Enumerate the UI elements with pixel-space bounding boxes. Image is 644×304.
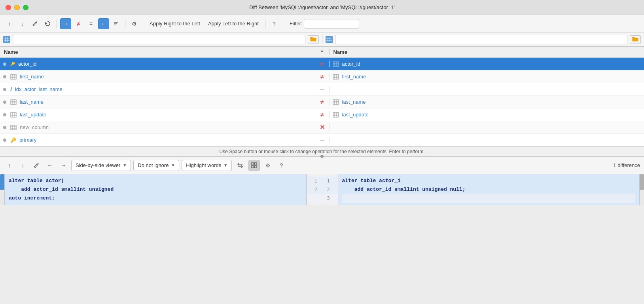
- right-item-name: first_name: [342, 74, 366, 80]
- svg-rect-59: [252, 166, 254, 168]
- mid-cell: →: [315, 86, 330, 93]
- table-row[interactable]: first_name ≠ first_name: [0, 70, 644, 83]
- bottom-gear-button[interactable]: ⚙: [262, 160, 273, 171]
- bottom-arrow-left-button[interactable]: ←: [44, 160, 55, 171]
- main-toolbar: ↑ ↓ → ≠ = ← ⚙ Apply Right to the Left Ap…: [0, 15, 644, 32]
- left-cell: last_name: [0, 99, 315, 105]
- close-button[interactable]: [6, 5, 11, 10]
- line-num-pair: 11: [307, 177, 338, 185]
- sort-button[interactable]: [111, 18, 122, 29]
- bottom-arrow-right-button[interactable]: →: [58, 160, 69, 171]
- separator5: [283, 19, 283, 28]
- table-row[interactable]: new_column ✕: [0, 121, 644, 134]
- svg-rect-44: [333, 112, 339, 117]
- filter-input[interactable]: [304, 19, 359, 28]
- left-cell: first_name: [0, 74, 315, 80]
- table-row[interactable]: 🔑 primary →: [0, 134, 644, 146]
- ignore-dropdown[interactable]: Do not ignore ▼: [133, 160, 179, 171]
- code-right-line: add actor_id smallint unsigned null;: [342, 185, 636, 194]
- bottom-down-button[interactable]: ↓: [17, 160, 28, 171]
- right-scrollbar[interactable]: [639, 174, 644, 205]
- bottom-edit-icon: [34, 163, 39, 168]
- eq-button[interactable]: =: [85, 18, 97, 29]
- left-path-input[interactable]: /guest/actor: [13, 35, 305, 44]
- left-scroll-thumb[interactable]: [0, 174, 4, 190]
- arrow-right-button[interactable]: →: [60, 18, 71, 29]
- column-icon: [10, 74, 17, 80]
- diff-neq-symbol: ≠: [320, 111, 324, 118]
- table-grid-icon: [4, 37, 9, 42]
- diff-arrow-symbol: →: [319, 86, 325, 93]
- highlight-label: Highlight words: [186, 162, 221, 168]
- left-scrollbar[interactable]: [0, 174, 5, 205]
- right-scroll-thumb[interactable]: [640, 174, 644, 190]
- code-left-line: auto_increment;: [9, 194, 302, 203]
- highlight-dropdown[interactable]: Highlight words ▼: [182, 160, 232, 171]
- svg-rect-58: [255, 163, 257, 165]
- code-left-line: alter table actor|: [9, 177, 302, 185]
- apply-right-button[interactable]: Apply Right to the Left: [146, 19, 203, 28]
- path-bar: /guest/actor /guest/actor_1: [0, 32, 644, 47]
- minimize-button[interactable]: [14, 5, 20, 10]
- edit-icon: [32, 21, 38, 27]
- left-item-name: new_column: [20, 124, 49, 130]
- svg-rect-57: [252, 163, 254, 165]
- code-right-line: alter table actor_1: [342, 177, 636, 185]
- svg-rect-39: [11, 112, 16, 117]
- line-num-pair: 22: [307, 185, 338, 194]
- code-left-line: add actor_id smallint unsigned: [9, 185, 302, 194]
- right-column-icon: [333, 74, 339, 80]
- diff-list: 🔑 actor_id ≠ actor_id first_name ≠ first…: [0, 58, 644, 146]
- bottom-up-button[interactable]: ↑: [4, 160, 15, 171]
- left-line-number: 1: [309, 178, 322, 184]
- table-row[interactable]: i idx_actor_last_name →: [0, 83, 644, 96]
- arrow-left-button[interactable]: ←: [98, 18, 109, 29]
- viewer-chevron: ▼: [123, 163, 127, 167]
- ignore-label: Do not ignore: [138, 162, 169, 168]
- bottom-edit-button[interactable]: [31, 160, 42, 171]
- bottom-help-button[interactable]: ?: [276, 160, 287, 171]
- help-button[interactable]: ?: [269, 18, 280, 29]
- svg-rect-9: [326, 37, 332, 42]
- mid-column-header: *: [315, 49, 330, 55]
- maximize-button[interactable]: [23, 5, 28, 10]
- left-item-name: first_name: [20, 74, 44, 80]
- right-path-input[interactable]: /guest/actor_1: [335, 35, 628, 44]
- gear-button[interactable]: ⚙: [129, 18, 140, 29]
- table-row[interactable]: 🔑 actor_id ≠ actor_id: [0, 58, 644, 70]
- right-column-icon: [333, 99, 339, 105]
- apply-left-button[interactable]: Apply Left to the Right: [205, 19, 262, 28]
- column-icon: [10, 112, 17, 118]
- mid-cell: ≠: [315, 73, 330, 80]
- separator: [57, 19, 57, 28]
- filter-wrap: 🔍: [304, 19, 359, 28]
- svg-rect-4: [4, 37, 9, 42]
- viewer-dropdown[interactable]: Side-by-side viewer ▼: [71, 160, 131, 171]
- diff-neq-symbol: ≠: [320, 73, 324, 80]
- down-button[interactable]: ↓: [17, 18, 28, 29]
- diff-neq-symbol: ≠: [320, 61, 324, 67]
- right-folder-button[interactable]: [630, 35, 641, 44]
- svg-rect-49: [11, 125, 16, 130]
- svg-rect-19: [11, 74, 16, 79]
- right-cell: last_update: [330, 112, 644, 118]
- key-yellow-icon: 🔑: [10, 137, 16, 143]
- right-column-icon: [333, 112, 339, 118]
- right-item-name: last_update: [342, 112, 369, 118]
- refresh-icon: [45, 21, 51, 27]
- diff-delete-symbol: ✕: [320, 124, 325, 131]
- table-row[interactable]: last_name ≠ last_name: [0, 96, 644, 108]
- neq-button[interactable]: ≠: [73, 18, 84, 29]
- status-dot: [320, 155, 324, 158]
- highlight-chevron: ▼: [224, 163, 227, 167]
- align-button[interactable]: [234, 160, 246, 171]
- refresh-button[interactable]: [42, 18, 53, 29]
- grid-button[interactable]: [248, 160, 260, 171]
- left-item-name: actor_id: [18, 61, 36, 67]
- right-line-number: 2: [322, 187, 335, 192]
- left-item-name: last_update: [20, 112, 46, 118]
- table-row[interactable]: last_update ≠ last_update: [0, 108, 644, 121]
- up-button[interactable]: ↑: [4, 18, 15, 29]
- edit-button[interactable]: [29, 18, 40, 29]
- left-folder-button[interactable]: [308, 35, 319, 44]
